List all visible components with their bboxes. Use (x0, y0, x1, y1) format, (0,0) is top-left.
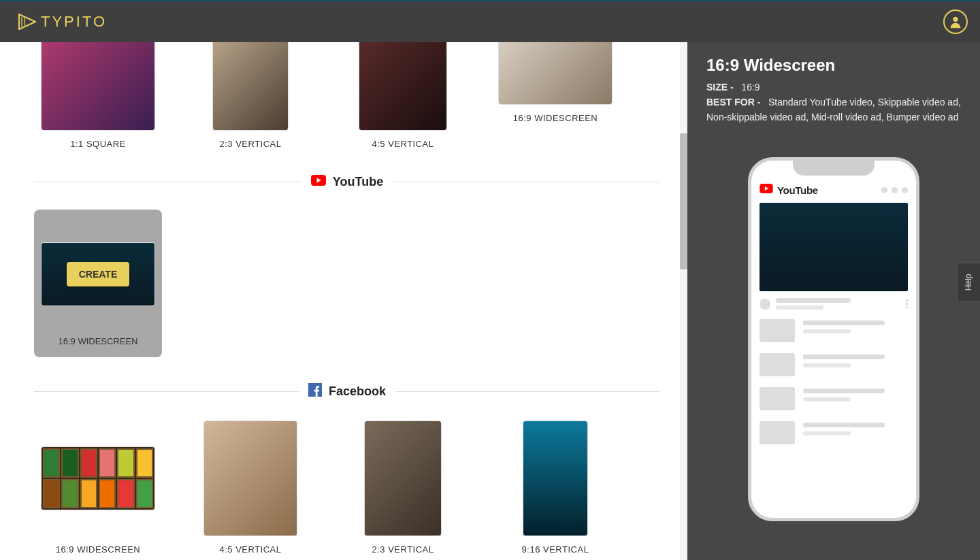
format-card-fb-2-3[interactable]: 2:3 VERTICAL (339, 421, 467, 555)
youtube-icon (760, 184, 773, 196)
facebook-icon (308, 383, 322, 400)
kebab-icon (906, 299, 908, 308)
format-thumb: CREATE (41, 242, 155, 306)
phone-hero-video (760, 203, 908, 291)
brand-name: TYPITO (41, 13, 107, 31)
formats-panel: 1:1 SQUARE 2:3 VERTICAL 4:5 VERTICAL 16:… (0, 42, 687, 560)
create-button[interactable]: CREATE (67, 262, 130, 286)
detail-title: 16:9 Widescreen (706, 56, 961, 75)
play-triangle-icon (18, 13, 37, 31)
format-label: 16:9 WIDESCREEN (513, 113, 598, 123)
youtube-icon (311, 175, 326, 189)
format-label: 2:3 VERTICAL (219, 139, 281, 149)
section-title: YouTube (333, 175, 383, 189)
svg-point-3 (953, 17, 958, 22)
app-header: TYPITO (0, 0, 980, 42)
detail-size-label: SIZE - (706, 82, 734, 93)
scrollbar[interactable] (680, 42, 687, 560)
format-card-fb-4-5[interactable]: 4:5 VERTICAL (186, 421, 314, 555)
format-card-1-1-square[interactable]: 1:1 SQUARE (34, 42, 162, 149)
format-card-2-3-vertical[interactable]: 2:3 VERTICAL (186, 42, 314, 149)
section-title: Facebook (329, 384, 386, 399)
format-card-fb-9-16[interactable]: 9:16 VERTICAL (491, 421, 619, 555)
section-divider-youtube: YouTube (34, 175, 660, 189)
phone-mockup: YouTube (748, 157, 919, 521)
format-label: 1:1 SQUARE (70, 139, 126, 149)
format-label: 16:9 WIDESCREEN (56, 544, 141, 555)
detail-bestfor-label: BEST FOR - (706, 97, 760, 108)
account-avatar[interactable] (943, 10, 968, 34)
detail-panel: 16:9 Widescreen SIZE - 16:9 BEST FOR - S… (687, 42, 980, 560)
help-label: Help (964, 274, 974, 291)
brand-logo[interactable]: TYPITO (18, 13, 107, 31)
format-card-16-9-widescreen[interactable]: 16:9 WIDESCREEN (491, 42, 619, 149)
phone-brand: YouTube (777, 184, 818, 196)
format-card-4-5-vertical[interactable]: 4:5 VERTICAL (339, 42, 467, 149)
format-label: 9:16 VERTICAL (522, 544, 589, 555)
format-card-fb-16-9[interactable]: 16:9 WIDESCREEN (34, 421, 162, 555)
help-tab[interactable]: Help (957, 263, 980, 302)
format-label: 4:5 VERTICAL (372, 139, 434, 149)
format-label: 2:3 VERTICAL (372, 544, 434, 555)
phone-header-dots (881, 187, 908, 193)
detail-size-value: 16:9 (741, 82, 760, 93)
format-label: 4:5 VERTICAL (219, 544, 281, 555)
format-card-youtube-16-9[interactable]: CREATE 16:9 WIDESCREEN (34, 210, 162, 357)
section-divider-facebook: Facebook (34, 383, 660, 400)
format-label: 16:9 WIDESCREEN (58, 336, 137, 346)
scrollbar-thumb[interactable] (680, 133, 687, 269)
